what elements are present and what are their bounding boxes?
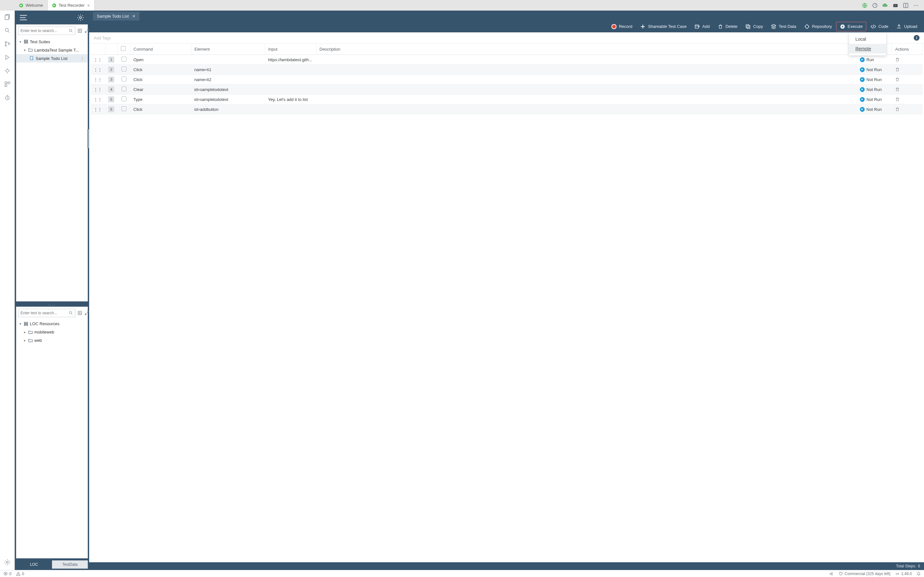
- row-checkbox[interactable]: [121, 67, 126, 71]
- tree-folder-lambdatest[interactable]: ▾ LambdaTest Sample T...: [16, 46, 87, 54]
- search-resources-input[interactable]: [18, 309, 75, 317]
- play-step-icon[interactable]: [860, 87, 865, 92]
- cell-element[interactable]: id=addbutton: [191, 105, 265, 114]
- select-all-checkbox[interactable]: [121, 46, 126, 51]
- cell-element[interactable]: id=sampletodotext: [191, 85, 265, 95]
- delete-step-button[interactable]: [892, 105, 923, 114]
- table-row[interactable]: ⋮⋮3Clickname=li2Not Run: [90, 75, 923, 85]
- drag-handle-icon[interactable]: ⋮⋮: [90, 55, 105, 65]
- cell-description[interactable]: [316, 65, 857, 75]
- gear-icon[interactable]: [76, 13, 85, 22]
- drag-handle-icon[interactable]: ⋮⋮: [90, 95, 105, 105]
- cell-command[interactable]: Type: [130, 95, 191, 105]
- row-checkbox[interactable]: [121, 77, 126, 81]
- table-row[interactable]: ⋮⋮4Clearid=sampletodotextNot Run: [90, 85, 923, 95]
- cell-element[interactable]: [191, 55, 265, 65]
- drag-handle-icon[interactable]: ⋮⋮: [90, 65, 105, 75]
- source-control-icon[interactable]: [3, 40, 11, 48]
- row-checkbox[interactable]: [121, 57, 126, 61]
- more-icon[interactable]: ⋮: [79, 56, 86, 61]
- add-icon[interactable]: [77, 310, 82, 316]
- cell-input[interactable]: https://lambdatest.gith...: [265, 55, 316, 65]
- delete-step-button[interactable]: [892, 65, 923, 75]
- warnings-counter[interactable]: 0: [16, 572, 24, 576]
- play-step-icon[interactable]: [860, 107, 865, 112]
- close-icon[interactable]: ✕: [132, 14, 136, 19]
- feedback-button[interactable]: [829, 572, 834, 576]
- delete-step-button[interactable]: [892, 85, 923, 95]
- errors-counter[interactable]: 0: [3, 572, 11, 576]
- tree-root-test-suites[interactable]: ▾ Test Suites: [16, 37, 87, 46]
- cell-description[interactable]: [316, 95, 857, 105]
- gauge-icon[interactable]: [872, 3, 878, 8]
- cell-input[interactable]: Yey, Let's add it to list: [265, 95, 316, 105]
- execute-button[interactable]: Execute: [836, 22, 866, 31]
- drag-handle-icon[interactable]: ⋮⋮: [90, 75, 105, 85]
- dropdown-item-remote[interactable]: Remote: [849, 44, 886, 53]
- play-step-icon[interactable]: [860, 57, 865, 62]
- add-button[interactable]: Add: [691, 22, 713, 31]
- table-row[interactable]: ⋮⋮2Clickname=li1Not Run: [90, 65, 923, 75]
- layout-icon[interactable]: [903, 3, 909, 8]
- camera-icon[interactable]: [893, 3, 898, 8]
- cell-command[interactable]: Click: [130, 105, 191, 114]
- search-suites-input[interactable]: [18, 27, 75, 35]
- cell-element[interactable]: id=sampletodotext: [191, 95, 265, 105]
- record-button[interactable]: Record: [608, 22, 636, 31]
- expand-icon[interactable]: [84, 310, 89, 316]
- menu-icon[interactable]: [19, 13, 27, 22]
- run-icon[interactable]: [3, 53, 11, 61]
- delete-step-button[interactable]: [892, 75, 923, 85]
- cell-element[interactable]: name=li2: [191, 75, 265, 85]
- explorer-icon[interactable]: [3, 13, 11, 21]
- row-checkbox[interactable]: [121, 87, 126, 91]
- tree-item-sample-todo[interactable]: Sample Todo List ⋮: [16, 54, 87, 63]
- table-row[interactable]: ⋮⋮1Openhttps://lambdatest.gith...Run: [90, 55, 923, 65]
- row-checkbox[interactable]: [121, 97, 126, 101]
- cell-command[interactable]: Click: [130, 65, 191, 75]
- timer-icon[interactable]: [3, 94, 11, 102]
- license-status[interactable]: Commercial (325 days left): [838, 572, 890, 576]
- delete-step-button[interactable]: [892, 95, 923, 105]
- expand-icon[interactable]: [84, 28, 89, 34]
- repository-button[interactable]: Repository: [801, 22, 835, 31]
- tab-test-recorder[interactable]: Test Recorder ×: [48, 0, 95, 11]
- globe-icon[interactable]: [862, 3, 867, 8]
- cell-input[interactable]: [265, 85, 316, 95]
- cell-command[interactable]: Clear: [130, 85, 191, 95]
- info-icon[interactable]: i: [914, 35, 919, 41]
- more-icon[interactable]: [913, 3, 919, 8]
- side-tab-loc[interactable]: LOC: [16, 560, 52, 569]
- table-row[interactable]: ⋮⋮6Clickid=addbuttonNot Run: [90, 105, 923, 114]
- side-tab-testdata[interactable]: TestData: [52, 560, 88, 569]
- editor-tab-sample-todo[interactable]: Sample Todo List ✕: [93, 12, 139, 21]
- cell-command[interactable]: Click: [130, 75, 191, 85]
- copy-button[interactable]: Copy: [741, 22, 766, 31]
- split-handle[interactable]: [15, 303, 89, 306]
- delete-step-button[interactable]: [892, 55, 923, 65]
- collapse-handle[interactable]: [87, 129, 89, 148]
- cell-description[interactable]: [316, 55, 857, 65]
- version-status[interactable]: 1.49.0: [895, 572, 912, 576]
- code-button[interactable]: Code: [867, 22, 892, 31]
- dropdown-item-local[interactable]: Local: [849, 34, 886, 44]
- play-step-icon[interactable]: [860, 77, 865, 82]
- settings-icon[interactable]: [3, 558, 11, 566]
- cell-command[interactable]: Open: [130, 55, 191, 65]
- cell-input[interactable]: [265, 75, 316, 85]
- cloud-icon[interactable]: [882, 3, 888, 8]
- close-icon[interactable]: ×: [87, 3, 90, 8]
- cell-description[interactable]: [316, 75, 857, 85]
- tab-welcome[interactable]: Welcome: [15, 0, 48, 11]
- cell-element[interactable]: name=li1: [191, 65, 265, 75]
- extensions-icon[interactable]: [3, 81, 11, 88]
- tags-input[interactable]: Add Tags: [94, 35, 111, 40]
- tree-root-loc-resources[interactable]: ▾ LOC Resources: [16, 320, 87, 328]
- cell-description[interactable]: [316, 85, 857, 95]
- debug-icon[interactable]: [3, 67, 11, 75]
- cell-input[interactable]: [265, 105, 316, 114]
- play-step-icon[interactable]: [860, 67, 865, 72]
- drag-handle-icon[interactable]: ⋮⋮: [90, 105, 105, 114]
- shareable-button[interactable]: Shareable Test Case: [636, 22, 690, 31]
- notifications-button[interactable]: [916, 572, 921, 576]
